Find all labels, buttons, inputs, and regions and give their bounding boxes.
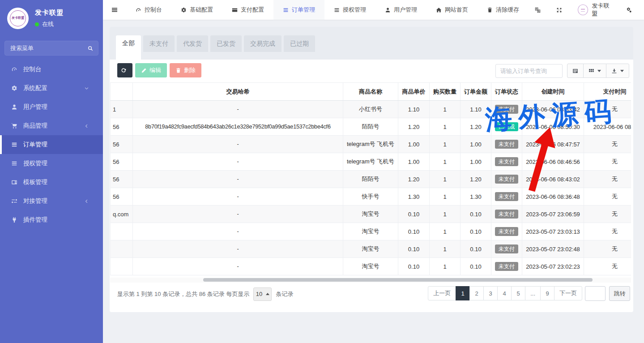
delete-button[interactable]: 删除 [170, 63, 201, 77]
topnav-item-5[interactable]: 用户管理 [375, 0, 426, 20]
page-jump-button[interactable]: 跳转 [609, 286, 630, 301]
table-row[interactable]: 56-快手号1.3011.30未支付2023-06-06 08:36:48无 [111, 188, 631, 206]
sidebar-menu: 控制台系统配置用户管理商品管理订单管理授权管理模板管理对接管理插件管理 [0, 60, 103, 229]
detail-view-icon [572, 68, 578, 74]
cell-c0: 56 [111, 188, 133, 206]
topnav: 控制台基础配置支付配置订单管理授权管理用户管理 网站首页 清除缓存 发卡联盟 [103, 0, 644, 20]
cell-amount: 1.00 [461, 153, 491, 171]
site-home-link[interactable]: 网站首页 [426, 0, 478, 20]
page-button-1[interactable]: 1 [456, 286, 470, 300]
prev-page-button[interactable]: 上一页 [428, 286, 456, 300]
cell-status: 未支付 [491, 101, 522, 118]
page-button-9[interactable]: 9 [540, 286, 554, 300]
topnav-item-1[interactable]: 基础配置 [171, 0, 222, 20]
settings-gears-button[interactable] [620, 0, 644, 20]
cell-hash: - [133, 240, 343, 258]
export-dropdown-button[interactable] [606, 64, 629, 78]
table-row[interactable]: q.com-淘宝号0.1010.10未支付2023-05-07 23:06:59… [111, 206, 631, 223]
page-button-5[interactable]: 5 [511, 286, 525, 300]
cell-amount: 1.30 [461, 188, 491, 206]
page-button-2[interactable]: 2 [469, 286, 484, 300]
detail-view-button[interactable] [567, 64, 584, 78]
topnav-item-2[interactable]: 支付配置 [222, 0, 273, 20]
sidebar-item-label: 对接管理 [23, 197, 47, 205]
table-row[interactable]: 568b70f19a482fc9aecfd584b643ab26c1e328e7… [111, 118, 631, 136]
tab-2[interactable]: 代发货 [177, 35, 208, 52]
cell-qty: 1 [430, 153, 461, 171]
topnav-item-0[interactable]: 控制台 [126, 0, 171, 20]
expand-icon [556, 7, 562, 13]
cell-status: 未支付 [491, 153, 522, 171]
caret-down-icon [597, 70, 601, 72]
cell-amount: 0.10 [461, 206, 491, 223]
gauge-icon [11, 66, 17, 73]
table-row[interactable]: 56-陌陌号1.2011.20未支付2023-06-06 08:43:02无 [111, 171, 631, 188]
sidebar-item-7[interactable]: 对接管理 [0, 192, 103, 210]
fullscreen-button[interactable] [550, 0, 571, 20]
tab-5[interactable]: 已过期 [284, 35, 315, 52]
tab-3[interactable]: 已发货 [210, 35, 242, 52]
tab-4[interactable]: 交易完成 [244, 35, 281, 52]
page-button-3[interactable]: 3 [483, 286, 498, 300]
page-jump-input[interactable] [585, 286, 606, 301]
topnav-item-4[interactable]: 授权管理 [324, 0, 375, 20]
cell-c0: q.com [111, 206, 133, 223]
table-row[interactable]: 1-小红书号1.1011.10未支付2023-06-06 08:53:42无 [111, 101, 631, 118]
status-badge: 未支付 [495, 105, 518, 114]
sidebar-item-6[interactable]: 模板管理 [0, 173, 103, 192]
next-page-button[interactable]: 下一页 [554, 286, 582, 300]
topnav-right: 网站首页 清除缓存 发卡联盟 [426, 0, 644, 20]
page-button-4[interactable]: 4 [497, 286, 512, 300]
page-size-dropdown[interactable]: 10 [253, 287, 272, 301]
sidebar-item-0[interactable]: 控制台 [0, 60, 103, 79]
sidebar-search [4, 41, 98, 56]
export-icon [611, 68, 617, 74]
sidebar-item-3[interactable]: 商品管理 [0, 116, 103, 135]
refresh-button[interactable] [117, 63, 132, 77]
brand-logo-avatar: 发卡联盟 [7, 8, 29, 29]
topnav-item-label: 授权管理 [343, 6, 366, 14]
toolbar-right [495, 64, 629, 78]
tab-0[interactable]: 全部 [116, 35, 141, 60]
cell-c0 [111, 240, 133, 258]
cell-hash: - [133, 223, 343, 240]
cell-price: 1.00 [398, 153, 430, 171]
cell-qty: 1 [430, 240, 461, 258]
table-header-row: 交易哈希商品名称商品单价购买数量订单金额订单状态创建时间支付时间 [111, 83, 631, 101]
sidebar-item-2[interactable]: 用户管理 [0, 98, 103, 116]
gauge-icon [136, 7, 141, 13]
topnav-item-3[interactable]: 订单管理 [273, 0, 324, 20]
topnav-item-label: 支付配置 [241, 6, 264, 14]
sidebar-item-4[interactable]: 订单管理 [0, 135, 103, 154]
sidebar-item-1[interactable]: 系统配置 [0, 79, 103, 98]
tab-1[interactable]: 未支付 [143, 35, 175, 52]
cell-amount: 1.20 [461, 171, 491, 188]
list-icon [11, 160, 17, 167]
clear-cache-button[interactable]: 清除缓存 [478, 0, 529, 20]
sidebar-search-input[interactable] [5, 41, 98, 55]
cell-created: 2023-05-07 23:06:59 [522, 206, 584, 223]
cell-paid: 2023-06-06 08:5 [584, 118, 631, 136]
table-row[interactable]: 56-telegram号 飞机号1.0011.00未支付2023-06-06 0… [111, 153, 631, 171]
column-header-5: 订单金额 [461, 83, 491, 101]
table-row[interactable]: -淘宝号0.1010.10未支付2023-05-07 23:02:23无 [111, 258, 631, 275]
sidebar-item-5[interactable]: 授权管理 [0, 154, 103, 173]
hamburger-menu-icon[interactable] [103, 0, 126, 20]
profile-menu[interactable]: 发卡联盟 [571, 0, 620, 20]
edit-button[interactable]: 编辑 [135, 63, 167, 77]
order-search-input[interactable] [495, 64, 563, 78]
cell-hash: - [133, 101, 343, 118]
sidebar-item-8[interactable]: 插件管理 [0, 210, 103, 229]
scrollbar-thumb[interactable] [203, 278, 593, 282]
online-status: 在线 [35, 20, 64, 28]
table-row[interactable]: -淘宝号0.1010.10未支付2023-05-07 23:02:48无 [111, 240, 631, 258]
language-button[interactable] [529, 0, 550, 20]
cell-hash: - [133, 188, 343, 206]
table-row[interactable]: -淘宝号0.1010.10未支付2023-05-07 23:03:13无 [111, 223, 631, 240]
cell-hash: - [133, 171, 343, 188]
sliders-icon [11, 198, 17, 204]
cell-hash: - [133, 136, 343, 153]
table-row[interactable]: 56-telegram号 飞机号1.0011.00未支付2023-06-06 0… [111, 136, 631, 153]
status-badge: 未支付 [495, 210, 518, 219]
columns-dropdown-button[interactable] [583, 64, 606, 78]
